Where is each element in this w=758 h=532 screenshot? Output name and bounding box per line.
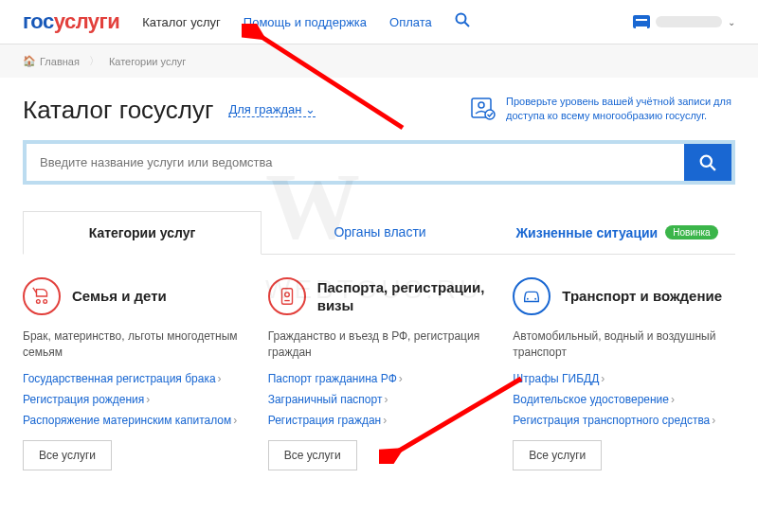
home-icon: 🏠 — [23, 55, 36, 67]
main-nav: Каталог услуг Помощь и поддержка Оплата — [142, 12, 610, 31]
service-link[interactable]: Водительское удостоверение› — [513, 393, 735, 406]
category-family: Семья и дети Брак, материнство, льготы м… — [23, 277, 245, 470]
svg-point-7 — [37, 300, 41, 304]
svg-point-3 — [478, 102, 484, 108]
stroller-icon — [23, 277, 61, 315]
service-link[interactable]: Регистрация транспортного средства› — [513, 414, 735, 427]
breadcrumb-separator: 〉 — [89, 54, 99, 68]
breadcrumb-home[interactable]: 🏠 Главная — [23, 55, 80, 67]
svg-point-11 — [284, 293, 289, 297]
passport-icon — [268, 277, 306, 315]
main-content: Каталог госуслуг Для граждан ⌄ Проверьте… — [0, 78, 758, 488]
mail-icon — [633, 15, 650, 28]
service-link[interactable]: Штрафы ГИБДД› — [513, 372, 735, 385]
category-desc: Брак, материнство, льготы многодетным се… — [23, 328, 245, 361]
svg-point-8 — [44, 300, 47, 304]
category-title: Семья и дети — [72, 287, 167, 306]
search-icon[interactable] — [455, 12, 470, 31]
svg-line-1 — [464, 23, 469, 27]
svg-point-14 — [535, 298, 537, 300]
svg-point-4 — [485, 110, 495, 119]
all-services-button[interactable]: Все услуги — [268, 440, 357, 470]
svg-line-6 — [711, 165, 715, 169]
nav-catalog[interactable]: Каталог услуг — [142, 15, 221, 29]
chevron-down-icon: ⌄ — [728, 17, 735, 27]
service-link[interactable]: Распоряжение материнским капиталом› — [23, 414, 245, 427]
nav-payment[interactable]: Оплата — [389, 15, 432, 29]
person-check-icon — [470, 95, 496, 125]
svg-point-5 — [701, 155, 712, 166]
category-passport: Паспорта, регистрации, визы Гражданство … — [268, 277, 491, 470]
chevron-down-icon: ⌄ — [305, 102, 316, 116]
svg-point-0 — [456, 14, 465, 24]
service-link[interactable]: Паспорт гражданина РФ› — [268, 372, 491, 385]
tab-situations[interactable]: Жизненные ситуации Новинка — [498, 211, 735, 254]
category-transport: Транспорт и вождение Автомобильный, водн… — [513, 277, 735, 470]
service-link[interactable]: Заграничный паспорт› — [268, 393, 491, 406]
tab-authorities[interactable]: Органы власти — [262, 211, 498, 254]
user-menu[interactable]: ⌄ — [633, 15, 735, 28]
category-desc: Автомобильный, водный и воздушный трансп… — [513, 328, 735, 361]
new-badge: Новинка — [665, 225, 717, 239]
header: госуслуги Каталог услуг Помощь и поддерж… — [0, 0, 758, 44]
search-box — [23, 140, 735, 185]
search-input[interactable] — [27, 144, 684, 181]
all-services-button[interactable]: Все услуги — [513, 440, 602, 470]
tab-categories[interactable]: Категории услуг — [23, 211, 262, 255]
breadcrumb: 🏠 Главная 〉 Категории услуг — [0, 44, 758, 78]
categories-grid: Семья и дети Брак, материнство, льготы м… — [23, 277, 735, 470]
logo[interactable]: госуслуги — [23, 9, 119, 34]
verify-account-notice[interactable]: Проверьте уровень вашей учётной записи д… — [470, 95, 735, 125]
service-link[interactable]: Государственная регистрация брака› — [23, 372, 245, 385]
breadcrumb-current: Категории услуг — [109, 56, 186, 67]
all-services-button[interactable]: Все услуги — [23, 440, 112, 470]
service-link[interactable]: Регистрация рождения› — [23, 393, 245, 406]
verify-text: Проверьте уровень вашей учётной записи д… — [506, 95, 735, 124]
user-name-blurred — [656, 16, 722, 27]
car-icon — [513, 277, 550, 315]
category-desc: Гражданство и въезд в РФ, регистрация гр… — [268, 328, 491, 361]
svg-point-13 — [527, 298, 529, 300]
page-title: Каталог госуслуг — [23, 96, 213, 125]
nav-help[interactable]: Помощь и поддержка — [244, 15, 367, 29]
category-title: Транспорт и вождение — [562, 287, 722, 306]
audience-filter[interactable]: Для граждан ⌄ — [228, 102, 316, 117]
tabs: Категории услуг Органы власти Жизненные … — [23, 211, 735, 255]
service-link[interactable]: Регистрация граждан› — [268, 414, 491, 427]
category-title: Паспорта, регистрации, визы — [317, 278, 491, 315]
search-button[interactable] — [684, 144, 731, 181]
search-icon — [699, 154, 716, 171]
